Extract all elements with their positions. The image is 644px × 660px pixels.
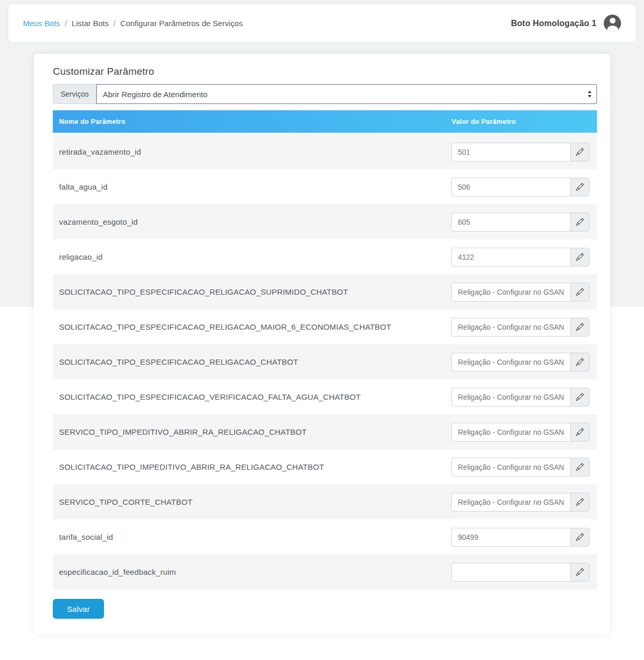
edit-parameter-button[interactable] xyxy=(571,388,590,407)
pencil-icon xyxy=(576,358,584,366)
edit-parameter-button[interactable] xyxy=(571,318,590,337)
parameter-value-input[interactable] xyxy=(451,353,571,372)
parameter-name: vazamento_esgoto_id xyxy=(53,217,451,226)
parameter-row: SOLICITACAO_TIPO_ESPECIFICACAO_VERIFICAC… xyxy=(53,379,597,414)
breadcrumb-link-meus-bots[interactable]: Meus Bots xyxy=(23,19,60,28)
parameter-row: SOLICITACAO_TIPO_ESPECIFICACAO_RELIGACAO… xyxy=(53,344,597,379)
parameter-name: SOLICITACAO_TIPO_ESPECIFICACAO_RELIGACAO… xyxy=(53,357,451,366)
pencil-icon xyxy=(576,463,584,471)
service-select[interactable]: Abrir Registro de Atendimento xyxy=(96,84,597,104)
parameter-row: religacao_id xyxy=(53,239,597,274)
parameter-value-input[interactable] xyxy=(451,423,571,442)
top-navbar: Meus Bots / Listar Bots / Configurar Par… xyxy=(8,4,636,42)
parameter-value-group xyxy=(451,213,597,231)
parameter-name: falta_agua_id xyxy=(53,182,451,191)
service-select-wrapper: Abrir Registro de Atendimento xyxy=(96,84,597,104)
parameter-value-input[interactable] xyxy=(451,458,571,477)
breadcrumb-separator: / xyxy=(113,19,116,28)
parameter-name: SOLICITACAO_TIPO_ESPECIFICACAO_RELIGACAO… xyxy=(53,322,451,331)
parameter-value-input[interactable] xyxy=(451,388,571,407)
parameter-row: SOLICITACAO_TIPO_ESPECIFICACAO_RELIGACAO… xyxy=(53,309,597,344)
parameter-value-group xyxy=(451,318,597,337)
parameter-name: SERVICO_TIPO_CORTE_CHATBOT xyxy=(53,497,451,506)
edit-parameter-button[interactable] xyxy=(571,493,590,512)
user-icon-shoulders xyxy=(607,26,618,32)
parameter-name: tarifa_social_id xyxy=(53,532,451,541)
parameters-table: Nome do Parâmetro Valor do Parâmetro ret… xyxy=(53,110,597,589)
edit-parameter-button[interactable] xyxy=(571,423,590,442)
parameter-value-input[interactable] xyxy=(451,143,571,161)
bot-name-label: Boto Homologação 1 xyxy=(511,19,596,28)
parameter-value-input[interactable] xyxy=(451,563,571,582)
parameter-value-group xyxy=(451,528,597,547)
parameter-value-group xyxy=(451,388,597,407)
parameter-row: SOLICITACAO_TIPO_IMPEDITIVO_ABRIR_RA_REL… xyxy=(53,449,597,484)
table-body: retirada_vazamento_id falta_agua_id vaza… xyxy=(53,134,597,589)
parameter-name: SOLICITACAO_TIPO_ESPECIFICACAO_VERIFICAC… xyxy=(53,392,451,401)
service-selector-label: Serviços xyxy=(53,84,96,104)
parameter-row: especificacao_id_feedback_ruim xyxy=(53,554,597,589)
table-header: Nome do Parâmetro Valor do Parâmetro xyxy=(53,110,597,133)
parameter-name: retirada_vazamento_id xyxy=(53,147,451,156)
parameter-value-group xyxy=(451,143,597,161)
breadcrumb: Meus Bots / Listar Bots / Configurar Par… xyxy=(23,19,243,28)
pencil-icon xyxy=(576,533,584,541)
parameter-row: falta_agua_id xyxy=(53,169,597,204)
edit-parameter-button[interactable] xyxy=(571,213,590,231)
parameter-value-input[interactable] xyxy=(451,528,571,547)
parameter-name: especificacao_id_feedback_ruim xyxy=(53,568,451,576)
navbar-right: Boto Homologação 1 xyxy=(511,15,621,32)
parameter-name: SOLICITACAO_TIPO_IMPEDITIVO_ABRIR_RA_REL… xyxy=(53,462,451,471)
parameter-name: SERVICO_TIPO_IMPEDITIVO_ABRIR_RA_RELIGAC… xyxy=(53,427,451,436)
pencil-icon xyxy=(576,323,584,331)
user-avatar-icon[interactable] xyxy=(604,15,621,32)
edit-parameter-button[interactable] xyxy=(571,353,590,372)
parameter-row: SOLICITACAO_TIPO_ESPECIFICACAO_RELIGACAO… xyxy=(53,274,597,309)
parameter-value-input[interactable] xyxy=(451,318,571,337)
pencil-icon xyxy=(576,568,584,576)
breadcrumb-item-listar-bots[interactable]: Listar Bots xyxy=(72,19,109,28)
parameter-value-group xyxy=(451,178,597,196)
parameter-row: tarifa_social_id xyxy=(53,519,597,554)
service-selector: Serviços Abrir Registro de Atendimento xyxy=(53,84,597,104)
page-title: Customizar Parâmetro xyxy=(53,66,597,77)
customize-parameter-card: Customizar Parâmetro Serviços Abrir Regi… xyxy=(34,54,610,634)
pencil-icon xyxy=(576,393,584,401)
column-header-value: Valor do Parâmetro xyxy=(451,118,597,125)
parameter-value-group xyxy=(451,283,597,302)
edit-parameter-button[interactable] xyxy=(571,178,590,196)
pencil-icon xyxy=(576,288,584,296)
parameter-value-input[interactable] xyxy=(451,283,571,302)
user-icon-head xyxy=(610,18,615,24)
parameter-row: vazamento_esgoto_id xyxy=(53,204,597,239)
parameter-name: religacao_id xyxy=(53,252,451,261)
parameter-value-input[interactable] xyxy=(451,248,571,267)
parameter-value-input[interactable] xyxy=(451,178,571,196)
pencil-icon xyxy=(576,218,584,226)
pencil-icon xyxy=(576,148,584,156)
parameter-row: SERVICO_TIPO_CORTE_CHATBOT xyxy=(53,484,597,519)
parameter-value-group xyxy=(451,563,597,582)
parameter-name: SOLICITACAO_TIPO_ESPECIFICACAO_RELIGACAO… xyxy=(53,287,451,296)
pencil-icon xyxy=(576,183,584,191)
edit-parameter-button[interactable] xyxy=(571,248,590,267)
save-button[interactable]: Salvar xyxy=(53,599,104,619)
parameter-value-group xyxy=(451,248,597,267)
pencil-icon xyxy=(576,498,584,506)
edit-parameter-button[interactable] xyxy=(571,563,590,582)
edit-parameter-button[interactable] xyxy=(571,458,590,477)
parameter-value-group xyxy=(451,493,597,512)
parameter-row: retirada_vazamento_id xyxy=(53,134,597,169)
parameter-value-group xyxy=(451,423,597,442)
parameter-value-group xyxy=(451,458,597,477)
parameter-value-input[interactable] xyxy=(451,493,571,512)
pencil-icon xyxy=(576,428,584,436)
edit-parameter-button[interactable] xyxy=(571,143,590,161)
parameter-row: SERVICO_TIPO_IMPEDITIVO_ABRIR_RA_RELIGAC… xyxy=(53,414,597,449)
pencil-icon xyxy=(576,253,584,261)
edit-parameter-button[interactable] xyxy=(571,283,590,302)
column-header-name: Nome do Parâmetro xyxy=(53,118,451,125)
breadcrumb-item-current: Configurar Parâmetros de Serviços xyxy=(120,19,243,28)
edit-parameter-button[interactable] xyxy=(571,528,590,547)
parameter-value-input[interactable] xyxy=(451,213,571,231)
